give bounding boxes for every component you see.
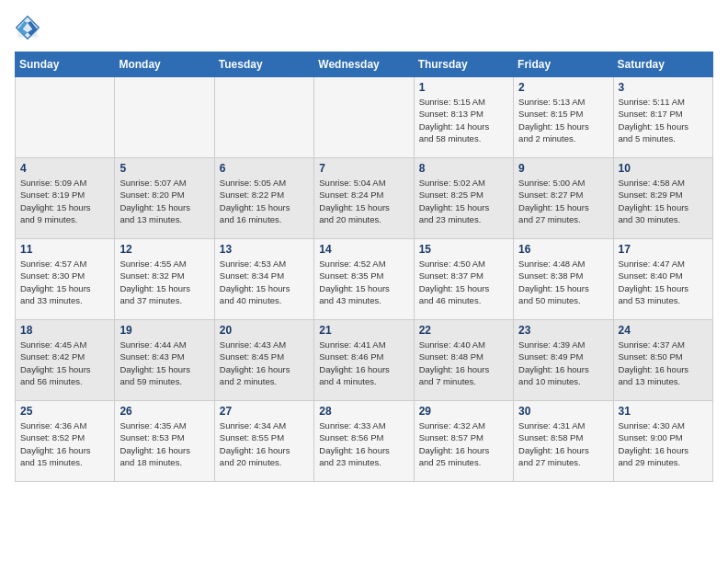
day-number: 24 xyxy=(619,324,708,337)
day-cell-3: 3Sunrise: 5:11 AM Sunset: 8:17 PM Daylig… xyxy=(613,77,712,158)
day-number: 12 xyxy=(119,243,209,256)
day-number: 7 xyxy=(319,162,408,175)
empty-cell xyxy=(16,77,115,158)
day-info: Sunrise: 4:37 AM Sunset: 8:50 PM Dayligh… xyxy=(619,339,708,387)
day-cell-26: 26Sunrise: 4:35 AM Sunset: 8:53 PM Dayli… xyxy=(115,401,214,482)
day-cell-18: 18Sunrise: 4:45 AM Sunset: 8:42 PM Dayli… xyxy=(16,320,115,401)
day-info: Sunrise: 5:02 AM Sunset: 8:25 PM Dayligh… xyxy=(419,177,508,225)
week-row-5: 25Sunrise: 4:36 AM Sunset: 8:52 PM Dayli… xyxy=(16,401,713,482)
day-cell-21: 21Sunrise: 4:41 AM Sunset: 8:46 PM Dayli… xyxy=(314,320,414,401)
day-cell-9: 9Sunrise: 5:00 AM Sunset: 8:27 PM Daylig… xyxy=(514,158,613,239)
day-info: Sunrise: 4:52 AM Sunset: 8:35 PM Dayligh… xyxy=(319,258,408,306)
day-number: 21 xyxy=(319,324,408,337)
day-number: 5 xyxy=(119,162,209,175)
empty-cell xyxy=(214,77,313,158)
day-info: Sunrise: 4:55 AM Sunset: 8:32 PM Dayligh… xyxy=(119,258,209,306)
day-number: 15 xyxy=(419,243,508,256)
day-number: 27 xyxy=(220,405,309,418)
day-info: Sunrise: 4:31 AM Sunset: 8:58 PM Dayligh… xyxy=(518,419,608,468)
day-number: 28 xyxy=(319,405,408,418)
day-info: Sunrise: 4:35 AM Sunset: 8:53 PM Dayligh… xyxy=(119,419,209,468)
day-number: 22 xyxy=(419,324,508,337)
day-number: 23 xyxy=(518,324,608,337)
day-number: 13 xyxy=(220,243,309,256)
logo xyxy=(15,15,44,40)
day-info: Sunrise: 4:43 AM Sunset: 8:45 PM Dayligh… xyxy=(220,339,309,387)
day-number: 3 xyxy=(619,81,708,94)
day-info: Sunrise: 4:34 AM Sunset: 8:55 PM Dayligh… xyxy=(220,419,309,468)
day-info: Sunrise: 4:53 AM Sunset: 8:34 PM Dayligh… xyxy=(220,258,309,306)
day-cell-23: 23Sunrise: 4:39 AM Sunset: 8:49 PM Dayli… xyxy=(514,320,613,401)
day-cell-31: 31Sunrise: 4:30 AM Sunset: 9:00 PM Dayli… xyxy=(613,401,712,482)
week-row-1: 1Sunrise: 5:15 AM Sunset: 8:13 PM Daylig… xyxy=(16,77,713,158)
day-number: 17 xyxy=(619,243,708,256)
day-number: 9 xyxy=(518,162,608,175)
day-cell-10: 10Sunrise: 4:58 AM Sunset: 8:29 PM Dayli… xyxy=(613,158,712,239)
weekday-header-tuesday: Tuesday xyxy=(214,52,313,77)
day-info: Sunrise: 4:48 AM Sunset: 8:38 PM Dayligh… xyxy=(518,258,608,306)
day-number: 20 xyxy=(220,324,309,337)
day-info: Sunrise: 5:07 AM Sunset: 8:20 PM Dayligh… xyxy=(119,177,209,225)
day-number: 30 xyxy=(518,405,608,418)
day-cell-4: 4Sunrise: 5:09 AM Sunset: 8:19 PM Daylig… xyxy=(16,158,115,239)
weekday-header-saturday: Saturday xyxy=(613,52,712,77)
day-cell-24: 24Sunrise: 4:37 AM Sunset: 8:50 PM Dayli… xyxy=(613,320,712,401)
day-number: 6 xyxy=(220,162,309,175)
day-info: Sunrise: 5:13 AM Sunset: 8:15 PM Dayligh… xyxy=(518,96,608,144)
day-number: 10 xyxy=(619,162,708,175)
day-number: 14 xyxy=(319,243,408,256)
day-info: Sunrise: 5:11 AM Sunset: 8:17 PM Dayligh… xyxy=(619,96,708,144)
day-number: 19 xyxy=(119,324,209,337)
week-row-3: 11Sunrise: 4:57 AM Sunset: 8:30 PM Dayli… xyxy=(16,239,713,320)
day-cell-25: 25Sunrise: 4:36 AM Sunset: 8:52 PM Dayli… xyxy=(16,401,115,482)
day-cell-1: 1Sunrise: 5:15 AM Sunset: 8:13 PM Daylig… xyxy=(414,77,513,158)
day-cell-19: 19Sunrise: 4:44 AM Sunset: 8:43 PM Dayli… xyxy=(115,320,214,401)
day-info: Sunrise: 4:32 AM Sunset: 8:57 PM Dayligh… xyxy=(419,419,508,468)
day-cell-8: 8Sunrise: 5:02 AM Sunset: 8:25 PM Daylig… xyxy=(414,158,513,239)
day-info: Sunrise: 5:04 AM Sunset: 8:24 PM Dayligh… xyxy=(319,177,408,225)
day-number: 26 xyxy=(119,405,209,418)
day-info: Sunrise: 5:00 AM Sunset: 8:27 PM Dayligh… xyxy=(518,177,608,225)
empty-cell xyxy=(115,77,214,158)
day-cell-22: 22Sunrise: 4:40 AM Sunset: 8:48 PM Dayli… xyxy=(414,320,513,401)
day-number: 11 xyxy=(20,243,109,256)
day-info: Sunrise: 4:47 AM Sunset: 8:40 PM Dayligh… xyxy=(619,258,708,306)
day-info: Sunrise: 5:15 AM Sunset: 8:13 PM Dayligh… xyxy=(419,96,508,144)
day-info: Sunrise: 4:40 AM Sunset: 8:48 PM Dayligh… xyxy=(419,339,508,387)
weekday-header-monday: Monday xyxy=(115,52,214,77)
day-number: 2 xyxy=(518,81,608,94)
day-info: Sunrise: 4:36 AM Sunset: 8:52 PM Dayligh… xyxy=(20,419,109,468)
day-cell-28: 28Sunrise: 4:33 AM Sunset: 8:56 PM Dayli… xyxy=(314,401,414,482)
day-cell-7: 7Sunrise: 5:04 AM Sunset: 8:24 PM Daylig… xyxy=(314,158,414,239)
weekday-header-wednesday: Wednesday xyxy=(314,52,414,77)
day-cell-27: 27Sunrise: 4:34 AM Sunset: 8:55 PM Dayli… xyxy=(214,401,313,482)
week-row-4: 18Sunrise: 4:45 AM Sunset: 8:42 PM Dayli… xyxy=(16,320,713,401)
weekday-header-sunday: Sunday xyxy=(16,52,115,77)
day-cell-5: 5Sunrise: 5:07 AM Sunset: 8:20 PM Daylig… xyxy=(115,158,214,239)
day-cell-30: 30Sunrise: 4:31 AM Sunset: 8:58 PM Dayli… xyxy=(514,401,613,482)
day-info: Sunrise: 4:58 AM Sunset: 8:29 PM Dayligh… xyxy=(619,177,708,225)
day-number: 16 xyxy=(518,243,608,256)
day-info: Sunrise: 4:57 AM Sunset: 8:30 PM Dayligh… xyxy=(20,258,109,306)
weekday-header-friday: Friday xyxy=(514,52,613,77)
day-info: Sunrise: 4:44 AM Sunset: 8:43 PM Dayligh… xyxy=(119,339,209,387)
day-cell-12: 12Sunrise: 4:55 AM Sunset: 8:32 PM Dayli… xyxy=(115,239,214,320)
day-cell-6: 6Sunrise: 5:05 AM Sunset: 8:22 PM Daylig… xyxy=(214,158,313,239)
day-number: 29 xyxy=(419,405,508,418)
day-number: 4 xyxy=(20,162,109,175)
day-cell-20: 20Sunrise: 4:43 AM Sunset: 8:45 PM Dayli… xyxy=(214,320,313,401)
weekday-header-row: SundayMondayTuesdayWednesdayThursdayFrid… xyxy=(16,52,713,77)
day-cell-13: 13Sunrise: 4:53 AM Sunset: 8:34 PM Dayli… xyxy=(214,239,313,320)
day-info: Sunrise: 4:33 AM Sunset: 8:56 PM Dayligh… xyxy=(319,419,408,468)
day-number: 1 xyxy=(419,81,508,94)
day-info: Sunrise: 4:45 AM Sunset: 8:42 PM Dayligh… xyxy=(20,339,109,387)
day-info: Sunrise: 4:30 AM Sunset: 9:00 PM Dayligh… xyxy=(619,419,708,468)
day-info: Sunrise: 4:39 AM Sunset: 8:49 PM Dayligh… xyxy=(518,339,608,387)
logo-icon xyxy=(15,15,40,40)
day-cell-17: 17Sunrise: 4:47 AM Sunset: 8:40 PM Dayli… xyxy=(613,239,712,320)
day-number: 8 xyxy=(419,162,508,175)
empty-cell xyxy=(314,77,414,158)
day-cell-16: 16Sunrise: 4:48 AM Sunset: 8:38 PM Dayli… xyxy=(514,239,613,320)
day-cell-14: 14Sunrise: 4:52 AM Sunset: 8:35 PM Dayli… xyxy=(314,239,414,320)
day-info: Sunrise: 4:41 AM Sunset: 8:46 PM Dayligh… xyxy=(319,339,408,387)
